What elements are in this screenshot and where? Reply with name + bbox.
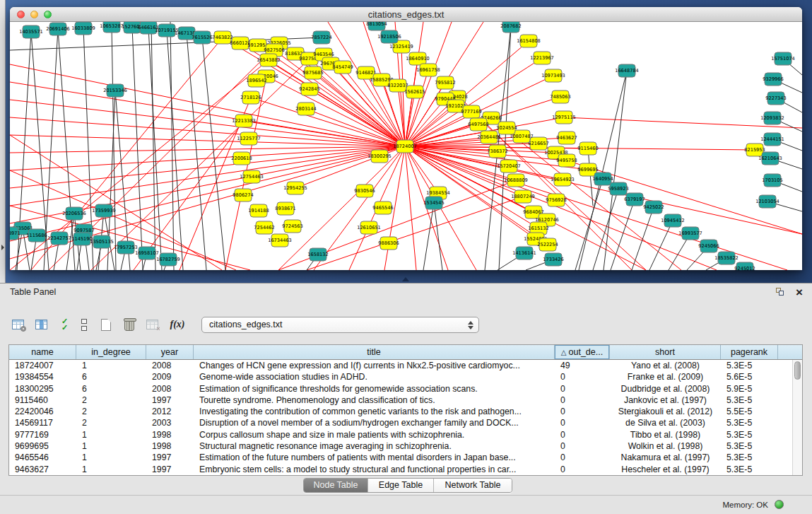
table-cell[interactable]: 14569117	[9, 417, 76, 428]
tab-network-table[interactable]: Network Table	[434, 479, 512, 492]
table-cell[interactable]: 2008	[146, 360, 194, 371]
table-cell[interactable]: 0	[555, 440, 610, 452]
table-selector-dropdown[interactable]: citations_edges.txt	[201, 317, 479, 333]
table-cell[interactable]: Changes of HCN gene expression and I(f) …	[194, 360, 555, 371]
table-cell[interactable]: 0	[555, 452, 610, 463]
split-panel-icon[interactable]	[75, 315, 93, 334]
table-cell[interactable]: 1998	[146, 429, 194, 440]
network-window[interactable]: citations_edges.txt 18724007183002951938…	[10, 7, 802, 270]
table-cell[interactable]: 5.3E-5	[721, 464, 778, 475]
graph-edge[interactable]	[10, 146, 405, 188]
graph-edge[interactable]	[10, 146, 405, 170]
table-cell[interactable]: 9115460	[9, 395, 76, 406]
column-header-filler[interactable]	[778, 345, 802, 359]
table-cell[interactable]: 2008	[146, 383, 194, 395]
window-zoom-button[interactable]	[44, 11, 52, 18]
table-cell[interactable]: Tourette syndrome. Phenomenology and cla…	[194, 395, 555, 406]
table-cell[interactable]: 1	[76, 429, 146, 440]
float-panel-icon[interactable]	[776, 288, 785, 297]
table-cell[interactable]: 1997	[146, 464, 194, 475]
graph-edge[interactable]	[405, 112, 471, 146]
table-header-row[interactable]: namein_degreeyeartitle△out_de...shortpag…	[9, 345, 802, 360]
collapsed-side-panel[interactable]	[0, 0, 6, 283]
table-cell[interactable]: Nakamura et al. (1997)	[610, 452, 721, 463]
graph-edge[interactable]	[434, 203, 442, 270]
table-cell[interactable]: 2003	[146, 417, 194, 428]
tab-edge-table[interactable]: Edge Table	[368, 479, 434, 492]
table-row[interactable]: 911546021997Tourette syndrome. Phenomeno…	[9, 395, 792, 406]
splitter-arrow-icon[interactable]	[402, 277, 409, 281]
row-selection-icon[interactable]: ✓✓	[55, 315, 73, 334]
graph-edge[interactable]	[604, 71, 627, 270]
graph-edge[interactable]	[295, 146, 405, 188]
table-cell[interactable]: 1	[76, 464, 146, 475]
table-row[interactable]: 946362711997Embryonic stem cells: a mode…	[9, 464, 792, 475]
table-row[interactable]: 2242004622012Investigating the contribut…	[9, 406, 792, 417]
table-cell[interactable]: 5.3E-5	[721, 452, 778, 463]
table-cell[interactable]: 0	[555, 371, 610, 382]
table-cell[interactable]: 1998	[146, 440, 194, 452]
table-row[interactable]: 1830029562008Estimation of significance …	[9, 383, 792, 395]
graph-edge[interactable]	[632, 207, 654, 270]
table-settings-icon[interactable]	[8, 315, 27, 334]
graph-edge[interactable]	[307, 197, 523, 270]
import-table-icon[interactable]: ×	[143, 315, 161, 334]
window-minimize-button[interactable]	[30, 11, 38, 18]
table-cell[interactable]: 49	[555, 360, 610, 371]
table-cell[interactable]: 5.3E-5	[721, 360, 778, 371]
graph-edge[interactable]	[10, 146, 405, 153]
column-header-pagerank[interactable]: pagerank	[721, 345, 778, 359]
graph-edge[interactable]	[251, 98, 405, 146]
table-cell[interactable]: 6	[76, 371, 146, 382]
table-cell[interactable]: Dudbridge et al. (2008)	[610, 383, 721, 395]
table-cell[interactable]: 9699695	[9, 440, 76, 452]
table-row[interactable]: 977716911998Corpus callosum shape and si…	[9, 429, 792, 440]
table-cell[interactable]: 9777169	[9, 429, 76, 440]
table-cell[interactable]: 6	[76, 383, 146, 395]
window-close-button[interactable]	[17, 11, 25, 18]
table-cell[interactable]: Franke et al. (2009)	[610, 371, 721, 382]
table-cell[interactable]: Embryonic stem cells: a model to study s…	[194, 464, 555, 475]
table-cell[interactable]: de Silva et al. (2003)	[610, 417, 721, 428]
table-cell[interactable]: Estimation of significance thresholds fo…	[194, 383, 555, 395]
table-cell[interactable]: Structural magnetic resonance image aver…	[194, 440, 555, 452]
table-cell[interactable]: 0	[555, 417, 610, 428]
table-cell[interactable]: 2009	[146, 371, 194, 382]
vertical-scrollbar[interactable]	[792, 360, 802, 475]
table-cell[interactable]: 1	[76, 452, 146, 463]
table-cell[interactable]: Yano et al. (2008)	[610, 360, 721, 371]
delete-table-icon[interactable]	[120, 315, 139, 334]
new-table-icon[interactable]	[97, 315, 115, 334]
table-cell[interactable]: 0	[555, 395, 610, 406]
table-cell[interactable]: Jankovic et al. (1997)	[610, 395, 721, 406]
column-visibility-icon[interactable]	[32, 315, 50, 334]
table-cell[interactable]: Disruption of a novel member of a sodium…	[194, 417, 555, 428]
table-cell[interactable]: 5.6E-5	[721, 371, 778, 382]
table-cell[interactable]: 1	[76, 440, 146, 452]
memory-status-icon[interactable]	[775, 500, 784, 509]
table-cell[interactable]: Wolkin et al. (1998)	[610, 440, 721, 452]
table-cell[interactable]: 5.5E-5	[721, 406, 778, 417]
table-cell[interactable]: 0	[555, 383, 610, 395]
table-cell[interactable]: 2	[76, 395, 146, 406]
table-row[interactable]: 969969511998Structural magnetic resonanc…	[9, 440, 792, 452]
function-builder-icon[interactable]: f(x)	[168, 315, 187, 334]
table-cell[interactable]: 5.3E-5	[721, 440, 778, 452]
table-row[interactable]: 1938455462009Genome-wide association stu…	[9, 371, 792, 382]
graph-edge[interactable]	[575, 179, 603, 270]
network-canvas[interactable]: 1872400718300295193845547463822866012859…	[10, 22, 802, 270]
network-window-titlebar[interactable]: citations_edges.txt	[10, 7, 802, 22]
expand-panel-arrow-icon[interactable]	[1, 245, 4, 250]
column-header-year[interactable]: year	[146, 345, 194, 359]
table-cell[interactable]: 0	[555, 429, 610, 440]
table-cell[interactable]: 18724007	[9, 360, 76, 371]
table-cell[interactable]: 1	[76, 360, 146, 371]
table-cell[interactable]: 22420046	[9, 406, 76, 417]
table-cell[interactable]: 5.9E-5	[721, 383, 778, 395]
column-header-name[interactable]: name	[9, 345, 76, 359]
table-row[interactable]: 946554611997Estimation of the future num…	[9, 452, 792, 463]
table-cell[interactable]: 5.3E-5	[721, 395, 778, 406]
column-header-out_de...[interactable]: △out_de...	[555, 345, 610, 359]
graph-edge[interactable]	[170, 22, 174, 270]
graph-edge[interactable]	[405, 146, 416, 270]
